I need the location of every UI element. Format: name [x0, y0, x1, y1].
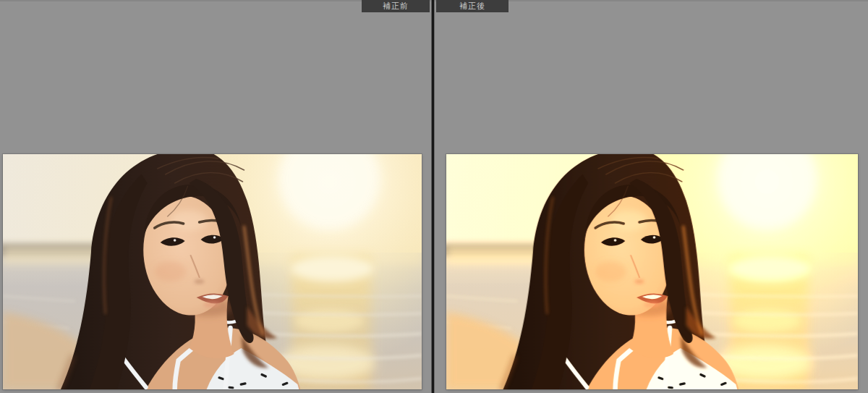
after-photo[interactable] [446, 154, 858, 389]
compare-workspace: 補正前 補正後 [0, 0, 868, 393]
after-tab-label: 補正後 [459, 1, 485, 10]
before-photo[interactable] [3, 154, 422, 389]
after-tab: 補正後 [436, 0, 509, 12]
compare-split-divider[interactable] [431, 0, 435, 393]
before-tab: 補正前 [362, 0, 430, 12]
before-tab-label: 補正前 [383, 1, 409, 10]
